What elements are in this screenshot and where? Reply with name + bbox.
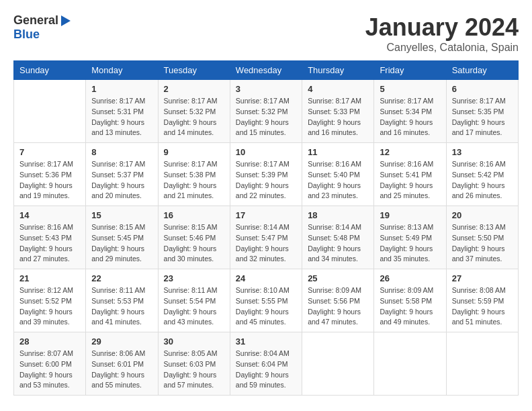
calendar-table: SundayMondayTuesdayWednesdayThursdayFrid…	[13, 60, 519, 396]
day-number: 31	[236, 336, 296, 347]
day-number: 25	[308, 273, 368, 283]
day-number: 14	[19, 210, 80, 220]
month-title: January 2024	[365, 13, 519, 42]
day-info: Sunrise: 8:16 AMSunset: 5:41 PMDaylight:…	[380, 159, 440, 201]
day-info: Sunrise: 8:16 AMSunset: 5:40 PMDaylight:…	[308, 159, 368, 201]
day-info: Sunrise: 8:13 AMSunset: 5:49 PMDaylight:…	[380, 222, 440, 265]
calendar-day-cell: 25Sunrise: 8:09 AMSunset: 5:56 PMDayligh…	[302, 269, 374, 332]
day-info: Sunrise: 8:13 AMSunset: 5:50 PMDaylight:…	[452, 222, 513, 265]
day-number: 15	[91, 210, 152, 220]
logo: General Blue	[13, 13, 71, 42]
day-number: 23	[164, 273, 224, 283]
calendar-week-row: 1Sunrise: 8:17 AMSunset: 5:31 PMDaylight…	[14, 80, 519, 143]
calendar-day-cell: 8Sunrise: 8:17 AMSunset: 5:37 PMDaylight…	[86, 143, 158, 206]
day-info: Sunrise: 8:16 AMSunset: 5:43 PMDaylight:…	[19, 222, 80, 265]
day-of-week-header: Wednesday	[230, 61, 302, 80]
day-number: 4	[308, 84, 368, 94]
day-info: Sunrise: 8:17 AMSunset: 5:39 PMDaylight:…	[236, 159, 296, 201]
calendar-day-cell: 15Sunrise: 8:15 AMSunset: 5:45 PMDayligh…	[86, 206, 158, 269]
day-number: 10	[236, 147, 296, 157]
calendar-day-cell: 1Sunrise: 8:17 AMSunset: 5:31 PMDaylight…	[86, 80, 158, 143]
day-info: Sunrise: 8:17 AMSunset: 5:35 PMDaylight:…	[452, 96, 513, 138]
calendar-day-cell: 9Sunrise: 8:17 AMSunset: 5:38 PMDaylight…	[158, 143, 230, 206]
day-number: 17	[236, 210, 296, 220]
calendar-day-cell: 17Sunrise: 8:14 AMSunset: 5:47 PMDayligh…	[230, 206, 302, 269]
calendar-day-cell: 16Sunrise: 8:15 AMSunset: 5:46 PMDayligh…	[158, 206, 230, 269]
calendar-day-cell: 18Sunrise: 8:14 AMSunset: 5:48 PMDayligh…	[302, 206, 374, 269]
day-info: Sunrise: 8:12 AMSunset: 5:52 PMDaylight:…	[19, 285, 80, 328]
day-of-week-header: Sunday	[14, 61, 86, 80]
day-info: Sunrise: 8:10 AMSunset: 5:55 PMDaylight:…	[236, 285, 296, 328]
calendar-day-cell: 23Sunrise: 8:11 AMSunset: 5:54 PMDayligh…	[158, 269, 230, 332]
calendar-week-row: 28Sunrise: 8:07 AMSunset: 6:00 PMDayligh…	[14, 332, 519, 396]
calendar-day-cell	[446, 332, 518, 396]
day-info: Sunrise: 8:04 AMSunset: 6:04 PMDaylight:…	[236, 349, 296, 391]
day-number: 28	[19, 336, 80, 347]
day-info: Sunrise: 8:17 AMSunset: 5:32 PMDaylight:…	[236, 96, 296, 138]
calendar-day-cell: 11Sunrise: 8:16 AMSunset: 5:40 PMDayligh…	[302, 143, 374, 206]
calendar-week-row: 21Sunrise: 8:12 AMSunset: 5:52 PMDayligh…	[14, 269, 519, 332]
day-info: Sunrise: 8:06 AMSunset: 6:01 PMDaylight:…	[91, 349, 152, 391]
calendar-day-cell	[302, 332, 374, 396]
day-of-week-header: Thursday	[302, 61, 374, 80]
day-number: 6	[452, 84, 513, 94]
day-number: 7	[19, 147, 80, 157]
day-of-week-header: Tuesday	[158, 61, 230, 80]
calendar-day-cell: 28Sunrise: 8:07 AMSunset: 6:00 PMDayligh…	[14, 332, 86, 396]
calendar-day-cell: 20Sunrise: 8:13 AMSunset: 5:50 PMDayligh…	[446, 206, 518, 269]
day-info: Sunrise: 8:17 AMSunset: 5:36 PMDaylight:…	[19, 159, 80, 201]
calendar-day-cell: 6Sunrise: 8:17 AMSunset: 5:35 PMDaylight…	[446, 80, 518, 143]
calendar-day-cell: 30Sunrise: 8:05 AMSunset: 6:03 PMDayligh…	[158, 332, 230, 396]
day-number: 9	[164, 147, 224, 157]
day-number: 30	[164, 336, 224, 347]
day-info: Sunrise: 8:11 AMSunset: 5:54 PMDaylight:…	[164, 285, 224, 328]
day-info: Sunrise: 8:17 AMSunset: 5:38 PMDaylight:…	[164, 159, 224, 201]
days-of-week-row: SundayMondayTuesdayWednesdayThursdayFrid…	[14, 61, 519, 80]
calendar-day-cell: 31Sunrise: 8:04 AMSunset: 6:04 PMDayligh…	[230, 332, 302, 396]
day-number: 29	[91, 336, 152, 347]
calendar-day-cell	[374, 332, 446, 396]
day-info: Sunrise: 8:09 AMSunset: 5:56 PMDaylight:…	[308, 285, 368, 328]
day-info: Sunrise: 8:14 AMSunset: 5:48 PMDaylight:…	[308, 222, 368, 265]
day-info: Sunrise: 8:17 AMSunset: 5:32 PMDaylight:…	[164, 96, 224, 138]
calendar-week-row: 14Sunrise: 8:16 AMSunset: 5:43 PMDayligh…	[14, 206, 519, 269]
day-info: Sunrise: 8:14 AMSunset: 5:47 PMDaylight:…	[236, 222, 296, 265]
day-number: 1	[91, 84, 152, 94]
day-number: 8	[91, 147, 152, 157]
title-section: January 2024 Canyelles, Catalonia, Spain	[365, 13, 519, 54]
day-number: 21	[19, 273, 80, 283]
day-number: 27	[452, 273, 513, 283]
calendar-day-cell: 29Sunrise: 8:06 AMSunset: 6:01 PMDayligh…	[86, 332, 158, 396]
logo-arrow-icon	[61, 15, 71, 26]
day-number: 18	[308, 210, 368, 220]
calendar-header: SundayMondayTuesdayWednesdayThursdayFrid…	[14, 61, 519, 80]
calendar-day-cell: 26Sunrise: 8:09 AMSunset: 5:58 PMDayligh…	[374, 269, 446, 332]
day-of-week-header: Monday	[86, 61, 158, 80]
day-info: Sunrise: 8:08 AMSunset: 5:59 PMDaylight:…	[452, 285, 513, 328]
day-number: 3	[236, 84, 296, 94]
day-info: Sunrise: 8:15 AMSunset: 5:45 PMDaylight:…	[91, 222, 152, 265]
day-info: Sunrise: 8:17 AMSunset: 5:33 PMDaylight:…	[308, 96, 368, 138]
calendar-day-cell: 10Sunrise: 8:17 AMSunset: 5:39 PMDayligh…	[230, 143, 302, 206]
day-of-week-header: Friday	[374, 61, 446, 80]
calendar-day-cell: 27Sunrise: 8:08 AMSunset: 5:59 PMDayligh…	[446, 269, 518, 332]
calendar-day-cell: 4Sunrise: 8:17 AMSunset: 5:33 PMDaylight…	[302, 80, 374, 143]
calendar-day-cell: 2Sunrise: 8:17 AMSunset: 5:32 PMDaylight…	[158, 80, 230, 143]
calendar-day-cell: 13Sunrise: 8:16 AMSunset: 5:42 PMDayligh…	[446, 143, 518, 206]
day-number: 19	[380, 210, 440, 220]
day-info: Sunrise: 8:16 AMSunset: 5:42 PMDaylight:…	[452, 159, 513, 201]
calendar-day-cell	[14, 80, 86, 143]
calendar-body: 1Sunrise: 8:17 AMSunset: 5:31 PMDaylight…	[14, 80, 519, 396]
day-info: Sunrise: 8:07 AMSunset: 6:00 PMDaylight:…	[19, 349, 80, 391]
day-info: Sunrise: 8:11 AMSunset: 5:53 PMDaylight:…	[91, 285, 152, 328]
location-title: Canyelles, Catalonia, Spain	[365, 42, 519, 54]
calendar-day-cell: 21Sunrise: 8:12 AMSunset: 5:52 PMDayligh…	[14, 269, 86, 332]
day-info: Sunrise: 8:17 AMSunset: 5:37 PMDaylight:…	[91, 159, 152, 201]
calendar-day-cell: 22Sunrise: 8:11 AMSunset: 5:53 PMDayligh…	[86, 269, 158, 332]
day-number: 26	[380, 273, 440, 283]
calendar-day-cell: 24Sunrise: 8:10 AMSunset: 5:55 PMDayligh…	[230, 269, 302, 332]
day-of-week-header: Saturday	[446, 61, 518, 80]
day-number: 16	[164, 210, 224, 220]
calendar-day-cell: 12Sunrise: 8:16 AMSunset: 5:41 PMDayligh…	[374, 143, 446, 206]
logo-blue-text: Blue	[13, 28, 40, 42]
